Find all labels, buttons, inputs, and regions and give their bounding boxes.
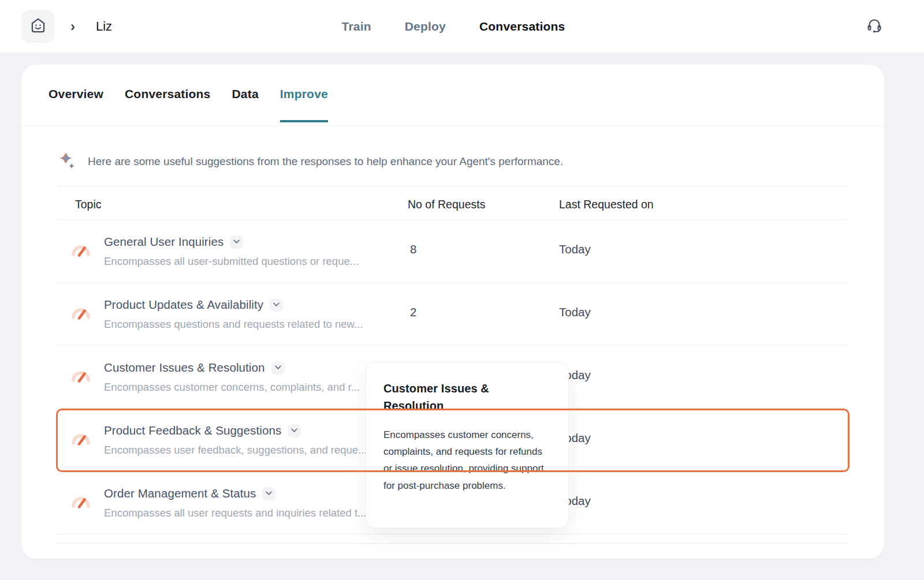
last-requested-date: Today [559, 242, 591, 256]
chevron-down-icon [273, 302, 280, 307]
support-headset-button[interactable] [866, 17, 882, 36]
column-header-requests: No of Requests [408, 198, 485, 211]
breadcrumb-agent-name[interactable]: Liz [96, 0, 112, 53]
suggestions-banner-text: Here are some useful suggestions from th… [88, 155, 563, 168]
nav-item-deploy[interactable]: Deploy [405, 20, 446, 33]
suggestions-banner: Here are some useful suggestions from th… [21, 126, 884, 173]
gauge-icon [69, 365, 92, 391]
topic-title[interactable]: Order Management & Status [104, 487, 256, 500]
topic-description: Encompasses questions and requests relat… [104, 318, 363, 331]
topic-description: Encompasses all user requests and inquir… [104, 507, 367, 519]
chevron-down-icon [233, 240, 240, 244]
expand-topic-button[interactable] [270, 298, 283, 312]
top-nav: Train Deploy Conversations [342, 0, 565, 53]
breadcrumb-chevron-icon: › [70, 0, 75, 53]
sparkle-icon [58, 151, 77, 173]
table-header-row: Topic No of Requests Last Requested on [57, 186, 848, 220]
topic-title[interactable]: Customer Issues & Resolution [104, 361, 265, 375]
table-row[interactable]: Product Updates & Availability Encompass… [57, 283, 848, 346]
headset-icon [866, 25, 882, 35]
tooltip-title: Customer Issues & Resolution [383, 380, 519, 414]
topic-title[interactable]: General User Inquiries [104, 235, 223, 249]
house-smiley-icon [29, 16, 47, 37]
gauge-icon [69, 240, 92, 265]
column-header-topic: Topic [75, 198, 102, 211]
topic-tooltip: Customer Issues & Resolution Encompasses… [366, 362, 569, 528]
last-requested-date: Today [559, 305, 591, 319]
topic-description: Encompasses user feedback, suggestions, … [104, 444, 367, 456]
requests-count: 8 [410, 242, 416, 256]
chevron-down-icon [266, 491, 272, 496]
gauge-icon [69, 491, 92, 517]
topic-description: Encompasses customer concerns, complaint… [104, 381, 360, 394]
top-header: › Liz Train Deploy Conversations [0, 0, 924, 53]
tooltip-body: Encompasses customer concerns, complaint… [383, 426, 551, 494]
tab-overview[interactable]: Overview [49, 87, 103, 122]
nav-item-conversations[interactable]: Conversations [479, 20, 565, 33]
expand-topic-button[interactable] [288, 424, 301, 437]
home-logo-button[interactable] [21, 10, 54, 43]
tab-bar: Overview Conversations Data Improve [21, 65, 884, 126]
chevron-down-icon [275, 365, 281, 370]
nav-item-train[interactable]: Train [342, 20, 371, 33]
topic-title[interactable]: Product Updates & Availability [104, 298, 263, 312]
gauge-icon [69, 428, 92, 454]
requests-count: 2 [410, 305, 416, 319]
gauge-icon [69, 302, 92, 328]
chevron-down-icon [291, 428, 297, 433]
expand-topic-button[interactable] [262, 487, 275, 500]
topic-description: Encompasses all user-submitted questions… [104, 255, 359, 268]
expand-topic-button[interactable] [230, 235, 243, 249]
tab-data[interactable]: Data [232, 87, 258, 122]
topic-title[interactable]: Product Feedback & Suggestions [104, 424, 281, 437]
table-bottom-divider [57, 534, 848, 544]
column-header-last-requested: Last Requested on [559, 198, 654, 211]
tab-improve[interactable]: Improve [280, 87, 328, 122]
expand-topic-button[interactable] [271, 361, 285, 375]
table-row[interactable]: General User Inquiries Encompasses all u… [57, 220, 848, 283]
tab-conversations[interactable]: Conversations [125, 87, 210, 122]
